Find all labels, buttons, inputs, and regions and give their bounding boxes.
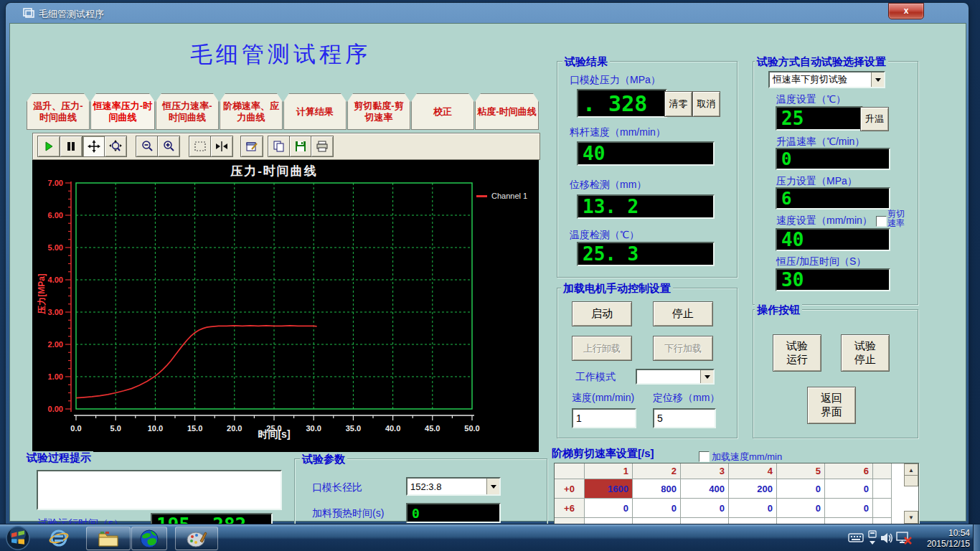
vscroll-thumb[interactable]: [904, 475, 918, 486]
tab-const-rate-pressure-time[interactable]: 恒速率压力-时间曲线: [90, 93, 155, 130]
start-button[interactable]: [4, 525, 32, 551]
network-error-tray-icon[interactable]: [895, 530, 913, 549]
table-cell[interactable]: 0: [633, 499, 681, 518]
column-header[interactable]: 1: [585, 463, 633, 479]
scroll-down-icon[interactable]: ▼: [904, 511, 918, 524]
play-icon[interactable]: [37, 136, 60, 157]
table-cell[interactable]: 200: [729, 479, 777, 499]
temp-set-value[interactable]: 25: [776, 106, 863, 131]
zoom-drag-icon[interactable]: [104, 136, 127, 157]
column-header[interactable]: 5: [777, 463, 825, 479]
speed-set-value[interactable]: 40: [776, 228, 890, 251]
row-header[interactable]: +0: [555, 479, 585, 499]
tab-step-rate-stress[interactable]: 阶梯速率、应力曲线: [220, 93, 283, 130]
shear-rate-checkbox-label: 剪切 速率: [887, 209, 905, 228]
process-panel-title: 试验过程提示: [24, 451, 93, 465]
shear-rate-checkbox[interactable]: [876, 216, 887, 227]
column-header[interactable]: 6: [825, 463, 873, 479]
show-desktop-button[interactable]: [973, 524, 980, 551]
close-button[interactable]: x: [888, 3, 924, 19]
table-cell[interactable]: 400: [681, 479, 729, 499]
tab-calc-results[interactable]: 计算结果: [283, 93, 347, 130]
column-header[interactable]: 4: [729, 463, 777, 479]
clock-date[interactable]: 2015/12/15: [913, 539, 970, 549]
paint-app-icon[interactable]: [175, 527, 218, 550]
auto-panel-title: 试验方式自动试验选择设置: [755, 55, 888, 69]
title-bar[interactable]: 毛细管测试程序 x: [6, 3, 969, 23]
return-button[interactable]: 返回 界面: [807, 387, 856, 424]
stop-button[interactable]: 停止: [653, 301, 713, 326]
tab-viscosity-time[interactable]: 粘度-时间曲线: [475, 93, 539, 130]
globe-app-icon[interactable]: [131, 527, 167, 550]
hold-time-value[interactable]: 30: [776, 268, 890, 291]
tab-shear-viscosity-rate[interactable]: 剪切黏度-剪切速率: [347, 93, 410, 130]
start-button[interactable]: 启动: [572, 301, 632, 326]
table-cell[interactable]: 800: [633, 479, 681, 499]
work-mode-select[interactable]: [636, 369, 715, 385]
keyboard-tray-icon[interactable]: [848, 532, 864, 545]
load-speed-checkbox[interactable]: [699, 451, 710, 462]
corner-cell[interactable]: [555, 463, 585, 479]
heat-up-button[interactable]: 升温: [860, 107, 889, 131]
speed-set-label: 速度设置（mm/min）: [776, 215, 872, 227]
table-cell[interactable]: 0: [681, 499, 729, 518]
table-cell[interactable]: 0: [777, 479, 825, 499]
manual-speed-input[interactable]: 1: [572, 408, 636, 428]
clear-button[interactable]: 清零: [664, 91, 692, 117]
table-cell[interactable]: [873, 499, 892, 518]
temp-detect-value: 25. 3: [577, 242, 715, 266]
svg-text:2.00: 2.00: [48, 340, 63, 349]
fixed-disp-input[interactable]: 5: [653, 408, 716, 428]
fit-axes-icon[interactable]: [210, 136, 233, 157]
zoom-in-icon[interactable]: [157, 136, 180, 157]
column-header[interactable]: [873, 463, 892, 479]
tab-const-pressure-rate-time[interactable]: 恒压力速率-时间曲线: [156, 93, 219, 130]
explorer-folder-icon[interactable]: [86, 527, 131, 550]
internet-explorer-icon[interactable]: [43, 527, 75, 549]
column-header[interactable]: 2: [633, 463, 681, 479]
displacement-value: 13. 2: [577, 194, 715, 219]
ops-panel-title: 操作按钮: [755, 303, 802, 317]
chevron-down-icon[interactable]: [700, 370, 713, 383]
table-cell[interactable]: 0: [825, 479, 873, 499]
load-down-button[interactable]: 下行加载: [653, 336, 713, 361]
pause-icon[interactable]: [60, 136, 83, 157]
die-ratio-select[interactable]: 152:3.8: [406, 477, 501, 496]
cancel-button[interactable]: 取消: [692, 91, 720, 117]
clock-time[interactable]: 10:54: [925, 528, 970, 538]
run-test-button[interactable]: 试验 运行: [773, 334, 821, 372]
column-header[interactable]: 3: [681, 463, 729, 479]
taskbar: 10:54 2015/12/15: [0, 524, 980, 551]
stop-test-button[interactable]: 试验 停止: [841, 334, 890, 372]
table-cell[interactable]: 0: [585, 499, 633, 518]
chevron-down-icon[interactable]: [486, 479, 499, 494]
table-cell[interactable]: 0: [825, 499, 873, 518]
chevron-down-icon[interactable]: [871, 72, 884, 87]
row-header[interactable]: +6: [555, 499, 585, 518]
show-hidden-icons[interactable]: [867, 530, 877, 549]
pressure-set-value[interactable]: 6: [776, 187, 890, 209]
motor-panel-title: 加载电机手动控制设置: [561, 282, 673, 296]
table-cell[interactable]: [873, 479, 892, 499]
test-mode-select[interactable]: 恒速率下剪切试验: [768, 71, 885, 88]
volume-tray-icon[interactable]: [880, 531, 895, 548]
tab-calibration[interactable]: 校正: [411, 93, 474, 130]
svg-text:7.00: 7.00: [48, 179, 63, 187]
page-title: 毛细管测试程序: [19, 39, 542, 70]
copy-icon[interactable]: [268, 136, 291, 157]
ram-speed-value: 40: [577, 141, 715, 166]
table-cell[interactable]: 0: [729, 499, 777, 518]
process-message-box[interactable]: [37, 470, 282, 510]
properties-icon[interactable]: [240, 136, 263, 157]
pressure-time-chart[interactable]: 压力-时间曲线 压力[MPa] 时间[s] Channel 1 0.001.00…: [32, 160, 539, 452]
unload-up-button[interactable]: 上行卸载: [572, 336, 632, 361]
heat-rate-value[interactable]: 0: [776, 148, 890, 170]
table-cell[interactable]: 0: [777, 499, 825, 518]
zoom-out-icon[interactable]: [136, 136, 159, 157]
tab-temp-pressure-time[interactable]: 温升、压力-时间曲线: [27, 93, 90, 130]
pan-icon[interactable]: [83, 136, 105, 157]
box-zoom-icon[interactable]: [189, 136, 212, 157]
save-icon[interactable]: [289, 136, 312, 157]
print-icon[interactable]: [311, 136, 334, 157]
table-cell[interactable]: 1600: [585, 479, 633, 499]
